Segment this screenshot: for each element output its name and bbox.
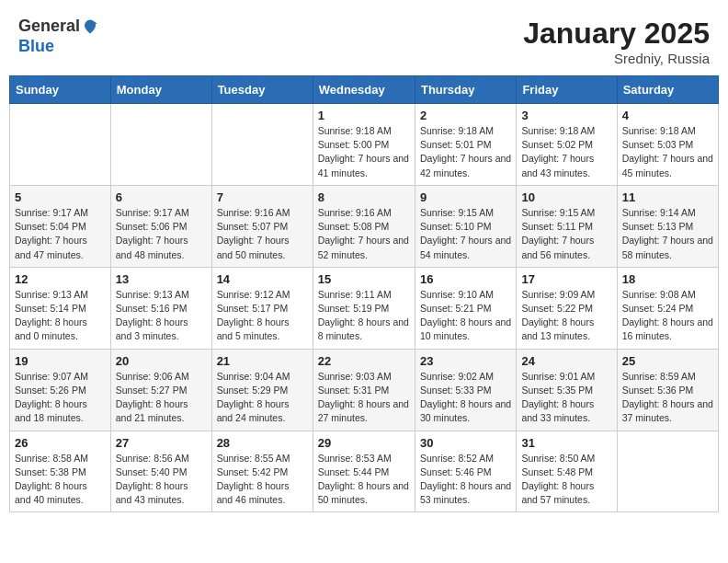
calendar-cell — [617, 431, 718, 512]
calendar-header-row: Sunday Monday Tuesday Wednesday Thursday… — [10, 76, 719, 104]
month-title: January 2025 — [523, 17, 710, 51]
day-info: Sunrise: 9:16 AMSunset: 5:08 PMDaylight:… — [318, 206, 410, 262]
day-number: 31 — [521, 436, 611, 450]
calendar-cell: 20Sunrise: 9:06 AMSunset: 5:27 PMDayligh… — [110, 349, 211, 431]
day-info: Sunrise: 9:18 AMSunset: 5:02 PMDaylight:… — [521, 124, 611, 180]
day-number: 12 — [15, 272, 106, 286]
day-number: 14 — [217, 272, 308, 286]
calendar-cell: 24Sunrise: 9:01 AMSunset: 5:35 PMDayligh… — [517, 349, 617, 431]
calendar-week-4: 26Sunrise: 8:58 AMSunset: 5:38 PMDayligh… — [10, 431, 719, 512]
calendar-week-2: 12Sunrise: 9:13 AMSunset: 5:14 PMDayligh… — [10, 267, 719, 349]
day-number: 17 — [521, 272, 611, 286]
col-thursday: Thursday — [415, 76, 516, 104]
calendar-cell: 5Sunrise: 9:17 AMSunset: 5:04 PMDaylight… — [10, 185, 111, 267]
calendar-cell: 8Sunrise: 9:16 AMSunset: 5:08 PMDaylight… — [313, 185, 415, 267]
day-info: Sunrise: 9:03 AMSunset: 5:31 PMDaylight:… — [318, 370, 410, 426]
calendar-week-3: 19Sunrise: 9:07 AMSunset: 5:26 PMDayligh… — [10, 349, 719, 431]
day-info: Sunrise: 9:07 AMSunset: 5:26 PMDaylight:… — [15, 370, 106, 426]
day-info: Sunrise: 8:58 AMSunset: 5:38 PMDaylight:… — [15, 452, 106, 508]
day-info: Sunrise: 8:52 AMSunset: 5:46 PMDaylight:… — [420, 452, 511, 508]
calendar-cell: 2Sunrise: 9:18 AMSunset: 5:01 PMDaylight… — [415, 104, 516, 186]
day-info: Sunrise: 9:18 AMSunset: 5:01 PMDaylight:… — [420, 124, 511, 180]
calendar-cell — [10, 104, 111, 186]
calendar-cell: 16Sunrise: 9:10 AMSunset: 5:21 PMDayligh… — [415, 267, 516, 349]
logo-blue: Blue — [18, 37, 98, 57]
day-number: 28 — [217, 436, 308, 450]
day-info: Sunrise: 9:13 AMSunset: 5:14 PMDaylight:… — [15, 288, 106, 344]
calendar-cell: 22Sunrise: 9:03 AMSunset: 5:31 PMDayligh… — [313, 349, 415, 431]
logo: General Blue — [18, 17, 98, 56]
logo-general: General — [18, 17, 80, 37]
day-info: Sunrise: 9:16 AMSunset: 5:07 PMDaylight:… — [217, 206, 308, 262]
calendar-cell: 13Sunrise: 9:13 AMSunset: 5:16 PMDayligh… — [110, 267, 211, 349]
col-sunday: Sunday — [10, 76, 111, 104]
calendar-cell: 19Sunrise: 9:07 AMSunset: 5:26 PMDayligh… — [10, 349, 111, 431]
day-number: 3 — [521, 109, 611, 122]
day-info: Sunrise: 9:15 AMSunset: 5:11 PMDaylight:… — [521, 206, 611, 262]
day-info: Sunrise: 8:50 AMSunset: 5:48 PMDaylight:… — [521, 452, 611, 508]
calendar-week-1: 5Sunrise: 9:17 AMSunset: 5:04 PMDaylight… — [10, 185, 719, 267]
day-info: Sunrise: 9:04 AMSunset: 5:29 PMDaylight:… — [217, 370, 308, 426]
calendar-cell: 25Sunrise: 8:59 AMSunset: 5:36 PMDayligh… — [617, 349, 718, 431]
col-tuesday: Tuesday — [211, 76, 313, 104]
calendar-cell: 18Sunrise: 9:08 AMSunset: 5:24 PMDayligh… — [617, 267, 718, 349]
calendar-cell: 17Sunrise: 9:09 AMSunset: 5:22 PMDayligh… — [517, 267, 617, 349]
day-number: 6 — [116, 190, 207, 204]
day-info: Sunrise: 8:53 AMSunset: 5:44 PMDaylight:… — [318, 452, 410, 508]
location: Sredniy, Russia — [523, 51, 710, 66]
day-info: Sunrise: 9:10 AMSunset: 5:21 PMDaylight:… — [420, 288, 511, 344]
day-number: 7 — [217, 190, 308, 204]
calendar-cell: 15Sunrise: 9:11 AMSunset: 5:19 PMDayligh… — [313, 267, 415, 349]
calendar-cell: 30Sunrise: 8:52 AMSunset: 5:46 PMDayligh… — [415, 431, 516, 512]
day-number: 10 — [521, 190, 611, 204]
calendar-cell: 7Sunrise: 9:16 AMSunset: 5:07 PMDaylight… — [211, 185, 313, 267]
day-number: 5 — [15, 190, 106, 204]
day-info: Sunrise: 9:08 AMSunset: 5:24 PMDaylight:… — [622, 288, 713, 344]
day-number: 29 — [318, 436, 410, 450]
calendar-week-0: 1Sunrise: 9:18 AMSunset: 5:00 PMDaylight… — [10, 104, 719, 186]
page-header: General Blue January 2025 Sredniy, Russi… — [0, 0, 728, 75]
day-info: Sunrise: 9:09 AMSunset: 5:22 PMDaylight:… — [521, 288, 611, 344]
day-number: 15 — [318, 272, 410, 286]
day-number: 30 — [420, 436, 511, 450]
day-number: 9 — [420, 190, 511, 204]
day-info: Sunrise: 9:18 AMSunset: 5:00 PMDaylight:… — [318, 124, 410, 180]
day-number: 18 — [622, 272, 713, 286]
day-number: 11 — [622, 190, 713, 204]
day-info: Sunrise: 9:06 AMSunset: 5:27 PMDaylight:… — [116, 370, 207, 426]
day-info: Sunrise: 9:17 AMSunset: 5:04 PMDaylight:… — [15, 206, 106, 262]
day-number: 26 — [15, 436, 106, 450]
calendar-cell: 23Sunrise: 9:02 AMSunset: 5:33 PMDayligh… — [415, 349, 516, 431]
day-number: 4 — [622, 109, 713, 122]
day-number: 19 — [15, 354, 106, 368]
calendar-cell: 27Sunrise: 8:56 AMSunset: 5:40 PMDayligh… — [110, 431, 211, 512]
col-saturday: Saturday — [617, 76, 718, 104]
calendar-cell — [110, 104, 211, 186]
day-number: 21 — [217, 354, 308, 368]
day-number: 24 — [521, 354, 611, 368]
day-number: 2 — [420, 109, 511, 122]
title-block: January 2025 Sredniy, Russia — [523, 17, 710, 66]
day-info: Sunrise: 9:13 AMSunset: 5:16 PMDaylight:… — [116, 288, 207, 344]
day-info: Sunrise: 9:11 AMSunset: 5:19 PMDaylight:… — [318, 288, 410, 344]
calendar-table: Sunday Monday Tuesday Wednesday Thursday… — [9, 75, 719, 512]
day-info: Sunrise: 8:55 AMSunset: 5:42 PMDaylight:… — [217, 452, 308, 508]
calendar-cell: 6Sunrise: 9:17 AMSunset: 5:06 PMDaylight… — [110, 185, 211, 267]
logo-icon — [82, 18, 98, 35]
calendar-cell: 31Sunrise: 8:50 AMSunset: 5:48 PMDayligh… — [517, 431, 617, 512]
day-number: 22 — [318, 354, 410, 368]
day-info: Sunrise: 9:14 AMSunset: 5:13 PMDaylight:… — [622, 206, 713, 262]
calendar-cell: 1Sunrise: 9:18 AMSunset: 5:00 PMDaylight… — [313, 104, 415, 186]
day-info: Sunrise: 9:18 AMSunset: 5:03 PMDaylight:… — [622, 124, 713, 180]
day-info: Sunrise: 9:12 AMSunset: 5:17 PMDaylight:… — [217, 288, 308, 344]
day-number: 8 — [318, 190, 410, 204]
calendar-cell: 4Sunrise: 9:18 AMSunset: 5:03 PMDaylight… — [617, 104, 718, 186]
day-number: 27 — [116, 436, 207, 450]
calendar-cell: 11Sunrise: 9:14 AMSunset: 5:13 PMDayligh… — [617, 185, 718, 267]
day-info: Sunrise: 9:17 AMSunset: 5:06 PMDaylight:… — [116, 206, 207, 262]
day-info: Sunrise: 8:56 AMSunset: 5:40 PMDaylight:… — [116, 452, 207, 508]
calendar-cell — [211, 104, 313, 186]
col-monday: Monday — [110, 76, 211, 104]
calendar-cell: 12Sunrise: 9:13 AMSunset: 5:14 PMDayligh… — [10, 267, 111, 349]
col-friday: Friday — [517, 76, 617, 104]
